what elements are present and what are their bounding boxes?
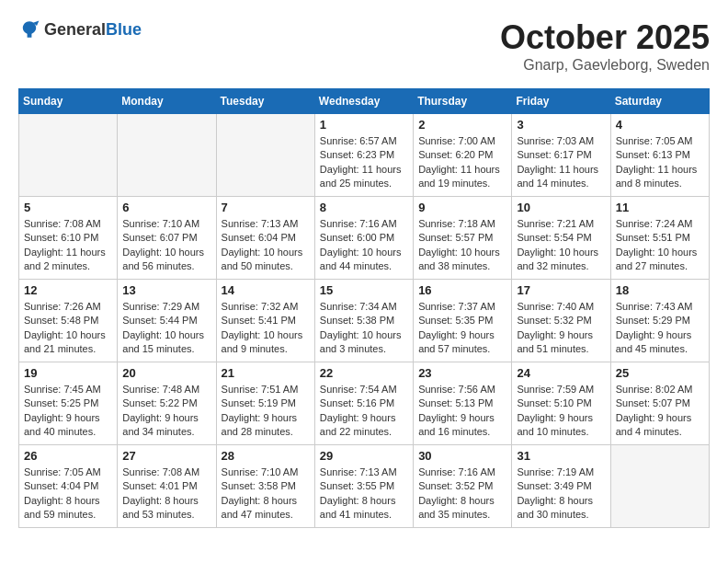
cell-content: Sunrise: 7:59 AMSunset: 5:10 PMDaylight:… [517,383,605,440]
calendar-cell: 12Sunrise: 7:26 AMSunset: 5:48 PMDayligh… [19,280,118,362]
cell-line: Sunrise: 7:26 AM [24,301,101,312]
cell-line: Sunset: 5:32 PM [517,315,591,326]
cell-line: and 14 minutes. [517,178,588,189]
calendar-cell: 26Sunrise: 7:05 AMSunset: 4:04 PMDayligh… [19,445,118,528]
date-number: 4 [616,118,704,132]
calendar-cell: 24Sunrise: 7:59 AMSunset: 5:10 PMDayligh… [512,362,610,445]
calendar-cell: 8Sunrise: 7:16 AMSunset: 6:00 PMDaylight… [314,197,413,280]
cell-line: and 16 minutes. [418,426,490,437]
logo: GeneralBlue [18,18,142,40]
cell-content: Sunrise: 7:16 AMSunset: 3:52 PMDaylight:… [418,465,506,523]
cell-content: Sunrise: 7:03 AMSunset: 6:17 PMDaylight:… [517,134,605,191]
cell-line: Sunrise: 6:57 AM [320,135,397,146]
cell-line: Daylight: 8 hours [517,495,593,506]
cell-line: and 10 minutes. [517,426,588,437]
day-header-friday: Friday [512,89,610,114]
cell-line: Daylight: 10 hours [320,329,402,340]
cell-line: and 27 minutes. [616,260,688,271]
day-header-saturday: Saturday [610,89,709,114]
cell-line: and 34 minutes. [122,426,194,437]
cell-content: Sunrise: 7:19 AMSunset: 3:49 PMDaylight:… [517,465,605,523]
calendar-cell: 21Sunrise: 7:51 AMSunset: 5:19 PMDayligh… [216,362,314,445]
cell-line: and 30 minutes. [517,509,588,520]
header-row: SundayMondayTuesdayWednesdayThursdayFrid… [19,89,710,114]
cell-line: Daylight: 9 hours [616,329,692,340]
cell-content: Sunrise: 7:10 AMSunset: 6:07 PMDaylight:… [122,217,210,274]
calendar-cell: 4Sunrise: 7:05 AMSunset: 6:13 PMDaylight… [610,114,709,197]
cell-line: Sunset: 5:13 PM [418,397,493,408]
cell-content: Sunrise: 6:57 AMSunset: 6:23 PMDaylight:… [320,134,408,191]
cell-line: Daylight: 8 hours [122,495,199,506]
cell-content: Sunrise: 7:29 AMSunset: 5:44 PMDaylight:… [122,300,210,357]
cell-line: and 56 minutes. [122,260,194,271]
cell-line: Sunrise: 7:05 AM [616,135,693,146]
cell-content: Sunrise: 7:13 AMSunset: 6:04 PMDaylight:… [222,217,310,274]
calendar-cell: 29Sunrise: 7:13 AMSunset: 3:55 PMDayligh… [314,445,413,528]
cell-line: Daylight: 10 hours [418,247,500,258]
cell-line: Sunrise: 7:10 AM [122,218,199,229]
cell-content: Sunrise: 7:34 AMSunset: 5:38 PMDaylight:… [320,300,408,357]
cell-line: and 44 minutes. [320,260,392,271]
date-number: 11 [616,201,704,214]
calendar-cell: 1Sunrise: 6:57 AMSunset: 6:23 PMDaylight… [314,114,413,197]
calendar-cell [19,114,118,197]
day-header-wednesday: Wednesday [314,89,413,114]
date-number: 20 [122,366,210,380]
cell-line: Daylight: 9 hours [517,412,593,423]
cell-line: Sunrise: 7:05 AM [24,466,101,477]
week-row-1: 1Sunrise: 6:57 AMSunset: 6:23 PMDaylight… [19,114,710,197]
date-number: 23 [418,366,506,380]
cell-line: Sunrise: 7:54 AM [320,384,397,395]
cell-line: Daylight: 11 hours [24,247,106,258]
calendar-cell: 27Sunrise: 7:08 AMSunset: 4:01 PMDayligh… [118,445,216,528]
cell-line: Sunset: 5:10 PM [517,397,591,408]
calendar-title: October 2025 [500,18,710,57]
cell-line: Daylight: 10 hours [320,247,402,258]
cell-content: Sunrise: 7:32 AMSunset: 5:41 PMDaylight:… [222,300,310,357]
cell-line: Sunrise: 7:16 AM [418,466,495,477]
calendar-cell: 14Sunrise: 7:32 AMSunset: 5:41 PMDayligh… [216,280,314,362]
calendar-cell: 18Sunrise: 7:43 AMSunset: 5:29 PMDayligh… [610,280,709,362]
calendar-cell: 9Sunrise: 7:18 AMSunset: 5:57 PMDaylight… [414,197,512,280]
cell-line: Sunset: 6:13 PM [616,149,690,160]
calendar-cell: 20Sunrise: 7:48 AMSunset: 5:22 PMDayligh… [118,362,216,445]
cell-line: Daylight: 10 hours [222,247,303,258]
cell-content: Sunrise: 7:16 AMSunset: 6:00 PMDaylight:… [320,217,408,274]
date-number: 26 [24,449,112,463]
cell-line: Sunrise: 7:16 AM [320,218,397,229]
cell-line: and 50 minutes. [222,260,293,271]
cell-content: Sunrise: 8:02 AMSunset: 5:07 PMDaylight:… [616,383,704,440]
cell-line: and 41 minutes. [320,509,392,520]
cell-line: and 32 minutes. [517,260,588,271]
cell-line: Sunset: 5:19 PM [222,397,296,408]
date-number: 3 [517,118,605,132]
cell-line: and 19 minutes. [418,178,490,189]
date-number: 15 [320,283,408,297]
cell-line: and 15 minutes. [122,343,194,354]
date-number: 19 [24,366,112,380]
date-number: 12 [24,283,112,297]
cell-line: Sunset: 6:07 PM [122,232,197,243]
cell-line: Sunset: 4:01 PM [122,480,197,491]
week-row-4: 19Sunrise: 7:45 AMSunset: 5:25 PMDayligh… [19,362,710,445]
cell-line: Sunset: 3:49 PM [517,480,591,491]
calendar-cell: 25Sunrise: 8:02 AMSunset: 5:07 PMDayligh… [610,362,709,445]
date-number: 2 [418,118,506,132]
cell-line: Daylight: 8 hours [24,495,100,506]
cell-line: Sunset: 5:07 PM [616,397,690,408]
calendar-cell [610,445,709,528]
cell-line: Sunset: 5:38 PM [320,315,394,326]
cell-line: Daylight: 8 hours [320,495,396,506]
cell-content: Sunrise: 7:56 AMSunset: 5:13 PMDaylight:… [418,383,506,440]
calendar-cell: 15Sunrise: 7:34 AMSunset: 5:38 PMDayligh… [314,280,413,362]
cell-line: Sunset: 3:52 PM [418,480,493,491]
cell-line: Daylight: 11 hours [616,164,698,175]
cell-line: Daylight: 10 hours [122,329,204,340]
date-number: 18 [616,283,704,297]
cell-line: Sunrise: 7:59 AM [517,384,594,395]
cell-line: Daylight: 9 hours [418,412,495,423]
cell-line: and 40 minutes. [24,426,96,437]
cell-line: Sunset: 5:16 PM [320,397,394,408]
cell-line: Daylight: 9 hours [418,329,495,340]
cell-line: Daylight: 10 hours [517,247,598,258]
